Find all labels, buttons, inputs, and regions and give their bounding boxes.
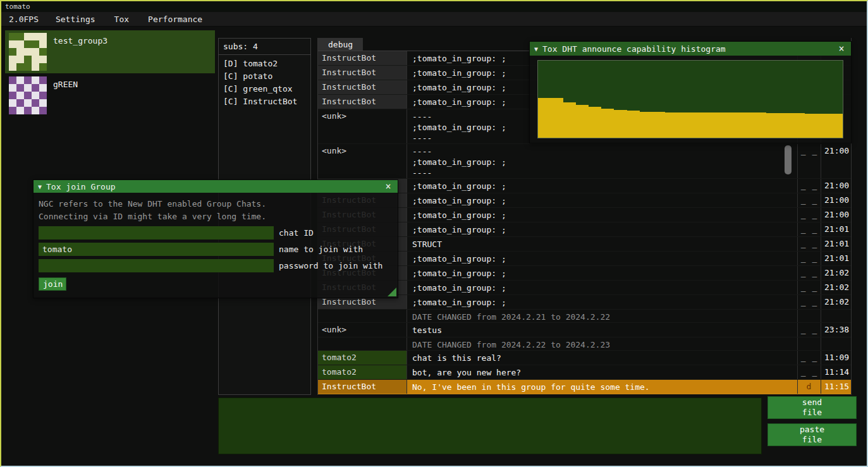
hist-bar bbox=[830, 114, 843, 138]
avatar-pixel bbox=[9, 48, 16, 56]
message-flags: _ _ bbox=[797, 193, 821, 207]
paste-file-button[interactable]: paste file bbox=[767, 423, 857, 446]
member-item[interactable]: [C] InstructBot bbox=[219, 95, 310, 108]
join-field-chat-ID[interactable] bbox=[39, 226, 274, 240]
sender-name: InstructBot bbox=[318, 80, 406, 94]
avatar-pixel bbox=[39, 40, 47, 48]
chat-scrollbar[interactable] bbox=[785, 145, 792, 174]
avatar-pixel bbox=[24, 56, 32, 63]
avatar-pixel bbox=[39, 107, 47, 114]
avatar-pixel bbox=[32, 63, 39, 71]
menu-item-settings[interactable]: Settings bbox=[46, 12, 105, 27]
avatar-pixel bbox=[9, 99, 16, 107]
avatar-pixel bbox=[39, 76, 47, 84]
message-time bbox=[821, 337, 851, 350]
message-flags: _ _ bbox=[797, 351, 821, 365]
member-item[interactable]: [C] potato bbox=[219, 70, 310, 83]
avatar-pixel bbox=[24, 63, 32, 71]
message-flags: _ _ bbox=[797, 237, 821, 251]
hist-bar bbox=[716, 112, 728, 138]
close-icon[interactable]: × bbox=[836, 44, 847, 54]
menu-bar: 2.0FPS SettingsToxPerformance bbox=[1, 12, 867, 27]
avatar-pixel bbox=[39, 92, 47, 99]
window-title: tomato bbox=[5, 3, 30, 11]
hist-bar bbox=[589, 107, 601, 138]
avatar-pixel bbox=[32, 92, 39, 99]
message-flags bbox=[797, 310, 821, 322]
member-item[interactable]: [D] tomato2 bbox=[219, 58, 310, 70]
hist-bar bbox=[652, 112, 665, 138]
avatar-pixel bbox=[39, 63, 47, 71]
message-flags: _ _ bbox=[797, 365, 821, 379]
window-titlebar[interactable]: tomato bbox=[1, 1, 867, 12]
message-time: 21:00 bbox=[821, 179, 851, 193]
group-avatar bbox=[9, 76, 47, 114]
message-text: ;tomato_in_group: ; bbox=[406, 266, 797, 280]
dht-histogram-window: ▼ Tox DHT announce capability histogram … bbox=[529, 41, 852, 143]
message-text: ;tomato_in_group: ; bbox=[406, 208, 797, 222]
sender-name: <unk> bbox=[318, 109, 406, 143]
menu-item-tox[interactable]: Tox bbox=[105, 12, 138, 27]
menu-item-performance[interactable]: Performance bbox=[138, 12, 212, 27]
group-item-test_group3[interactable]: test_group3 bbox=[5, 30, 215, 73]
avatar-pixel bbox=[24, 92, 32, 99]
join-button[interactable]: join bbox=[39, 277, 66, 291]
join-field-name-to-join-with[interactable] bbox=[39, 243, 274, 256]
sender-name: InstructBot bbox=[318, 51, 406, 65]
avatar-pixel bbox=[9, 63, 16, 71]
join-field-row: chat ID bbox=[39, 226, 393, 240]
sender-name bbox=[318, 337, 406, 350]
avatar-pixel bbox=[24, 48, 32, 56]
hist-bar bbox=[601, 109, 614, 138]
message-time: 21:02 bbox=[821, 281, 851, 294]
join-group-body: NGC refers to the New DHT enabled Group … bbox=[34, 193, 398, 296]
collapse-arrow-icon[interactable]: ▼ bbox=[534, 45, 538, 52]
system-row: DATE CHANGED from 2024.2.22 to 2024.2.23 bbox=[318, 337, 851, 351]
join-field-password-to-join-with[interactable] bbox=[39, 259, 274, 272]
hist-bar bbox=[614, 110, 627, 138]
message-text: ;tomato_in_group: ; bbox=[406, 179, 797, 193]
hist-bar bbox=[754, 112, 766, 138]
message-input[interactable] bbox=[218, 397, 762, 454]
message-flags: _ _ bbox=[797, 281, 821, 294]
message-flags: _ _ bbox=[797, 252, 821, 265]
hist-bar bbox=[538, 98, 551, 138]
avatar-pixel bbox=[24, 76, 32, 84]
histogram-plot bbox=[537, 60, 843, 138]
avatar-pixel bbox=[9, 107, 16, 114]
message-flags: _ _ bbox=[797, 295, 821, 309]
message-time: 21:00 bbox=[821, 144, 851, 178]
message-flags: _ _ bbox=[797, 266, 821, 280]
message-flags: _ _ bbox=[797, 323, 821, 337]
group-item-green[interactable]: gREEN bbox=[5, 74, 215, 117]
close-icon[interactable]: × bbox=[383, 181, 393, 191]
avatar-pixel bbox=[9, 56, 16, 63]
message-time: 21:02 bbox=[821, 266, 851, 280]
subs-header: subs: 4 bbox=[219, 39, 310, 54]
message-time: 21:00 bbox=[821, 208, 851, 222]
hist-bar bbox=[576, 105, 589, 138]
member-item[interactable]: [C] green_qtox bbox=[219, 83, 310, 95]
avatar-pixel bbox=[24, 107, 32, 114]
message-row: tomato2bot, are you new here?_ _11:14 bbox=[318, 365, 851, 380]
tab-debug[interactable]: debug bbox=[318, 38, 363, 51]
avatar-pixel bbox=[16, 56, 24, 63]
join-group-titlebar[interactable]: ▼ Tox join Group × bbox=[34, 180, 398, 193]
sender-name: tomato2 bbox=[318, 365, 406, 379]
message-text: ;tomato_in_group: ; bbox=[406, 252, 797, 265]
hist-bar bbox=[563, 102, 576, 138]
dht-histogram-titlebar[interactable]: ▼ Tox DHT announce capability histogram … bbox=[530, 42, 851, 56]
sender-name bbox=[318, 310, 406, 322]
member-list: [D] tomato2[C] potato[C] green_qtox[C] I… bbox=[219, 55, 310, 108]
resize-grip[interactable] bbox=[388, 288, 396, 296]
message-text: testus bbox=[406, 323, 797, 337]
join-group-title: Tox join Group bbox=[46, 182, 116, 191]
sender-name: <unk> bbox=[318, 323, 406, 337]
send-file-button[interactable]: send file bbox=[767, 396, 857, 419]
hist-bar bbox=[779, 113, 792, 138]
message-flags bbox=[797, 337, 821, 350]
collapse-arrow-icon[interactable]: ▼ bbox=[38, 183, 42, 190]
hist-bar bbox=[728, 112, 741, 138]
message-time: 11:14 bbox=[821, 365, 851, 379]
avatar-pixel bbox=[16, 63, 24, 71]
